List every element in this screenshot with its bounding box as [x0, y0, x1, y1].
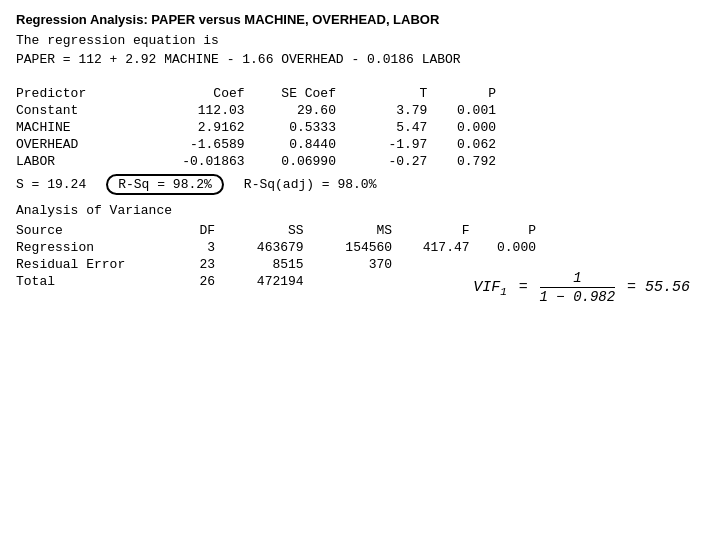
rsqadj-value: R-Sq(adj) = 98.0% — [244, 177, 377, 192]
acell-df-1: 23 — [149, 256, 215, 273]
cell-coef-3: -0.01863 — [142, 153, 245, 170]
cell-p-1: 0.000 — [427, 119, 496, 136]
cell-predictor-2: OVERHEAD — [16, 136, 142, 153]
cell-t-3: -0.27 — [336, 153, 427, 170]
intro-line2: PAPER = 112 + 2.92 MACHINE - 1.66 OVERHE… — [16, 52, 704, 67]
acell-df-0: 3 — [149, 239, 215, 256]
acell-ms-0: 154560 — [304, 239, 393, 256]
cell-p-2: 0.062 — [427, 136, 496, 153]
regression-header-row: Predictor Coef SE Coef T P — [16, 85, 496, 102]
cell-secoef-3: 0.06990 — [245, 153, 336, 170]
acol-header-df: DF — [149, 222, 215, 239]
cell-predictor-0: Constant — [16, 102, 142, 119]
cell-coef-0: 112.03 — [142, 102, 245, 119]
table-row: Residual Error 23 8515 370 — [16, 256, 536, 273]
intro-line1: The regression equation is — [16, 33, 704, 48]
anova-title: Analysis of Variance — [16, 203, 704, 218]
vif-numerator: 1 — [540, 270, 616, 288]
anova-header-row: Source DF SS MS F P — [16, 222, 536, 239]
acell-ms-2 — [304, 273, 393, 290]
cell-secoef-1: 0.5333 — [245, 119, 336, 136]
vif-subscript: 1 — [500, 286, 507, 298]
rsq-box: R-Sq = 98.2% — [106, 174, 224, 195]
cell-predictor-3: LABOR — [16, 153, 142, 170]
acell-ss-2: 472194 — [215, 273, 304, 290]
col-header-predictor: Predictor — [16, 85, 142, 102]
acell-f-0: 417.47 — [392, 239, 469, 256]
acell-df-2: 26 — [149, 273, 215, 290]
table-row: LABOR -0.01863 0.06990 -0.27 0.792 — [16, 153, 496, 170]
vif-denominator: 1 − 0.982 — [540, 288, 616, 305]
acell-ms-1: 370 — [304, 256, 393, 273]
col-header-t: T — [336, 85, 427, 102]
table-row: Regression 3 463679 154560 417.47 0.000 — [16, 239, 536, 256]
acell-f-2 — [392, 273, 469, 290]
cell-t-2: -1.97 — [336, 136, 427, 153]
acell-source-2: Total — [16, 273, 149, 290]
table-row: Constant 112.03 29.60 3.79 0.001 — [16, 102, 496, 119]
col-header-secoef: SE Coef — [245, 85, 336, 102]
cell-predictor-1: MACHINE — [16, 119, 142, 136]
acell-ss-1: 8515 — [215, 256, 304, 273]
page-title: Regression Analysis: PAPER versus MACHIN… — [16, 12, 704, 27]
acell-source-0: Regression — [16, 239, 149, 256]
col-header-coef: Coef — [142, 85, 245, 102]
cell-p-0: 0.001 — [427, 102, 496, 119]
vif-formula: VIF1 = 1 1 − 0.982 = 55.56 — [473, 270, 690, 305]
acell-ss-0: 463679 — [215, 239, 304, 256]
acol-header-ms: MS — [304, 222, 393, 239]
acol-header-source: Source — [16, 222, 149, 239]
vif-result: = 55.56 — [627, 279, 690, 296]
acol-header-f: F — [392, 222, 469, 239]
stats-row: S = 19.24 R-Sq = 98.2% R-Sq(adj) = 98.0% — [16, 174, 704, 195]
anova-table: Source DF SS MS F P Regression 3 463679 … — [16, 222, 536, 290]
acell-source-1: Residual Error — [16, 256, 149, 273]
table-row: MACHINE 2.9162 0.5333 5.47 0.000 — [16, 119, 496, 136]
acell-f-1 — [392, 256, 469, 273]
cell-coef-2: -1.6589 — [142, 136, 245, 153]
s-value: S = 19.24 — [16, 177, 86, 192]
regression-table: Predictor Coef SE Coef T P Constant 112.… — [16, 85, 496, 170]
cell-p-3: 0.792 — [427, 153, 496, 170]
table-row: Total 26 472194 — [16, 273, 536, 290]
acol-header-ss: SS — [215, 222, 304, 239]
table-row: OVERHEAD -1.6589 0.8440 -1.97 0.062 — [16, 136, 496, 153]
cell-t-1: 5.47 — [336, 119, 427, 136]
acol-header-p: P — [470, 222, 536, 239]
col-header-p: P — [427, 85, 496, 102]
cell-secoef-0: 29.60 — [245, 102, 336, 119]
cell-t-0: 3.79 — [336, 102, 427, 119]
acell-p-0: 0.000 — [470, 239, 536, 256]
cell-coef-1: 2.9162 — [142, 119, 245, 136]
cell-secoef-2: 0.8440 — [245, 136, 336, 153]
